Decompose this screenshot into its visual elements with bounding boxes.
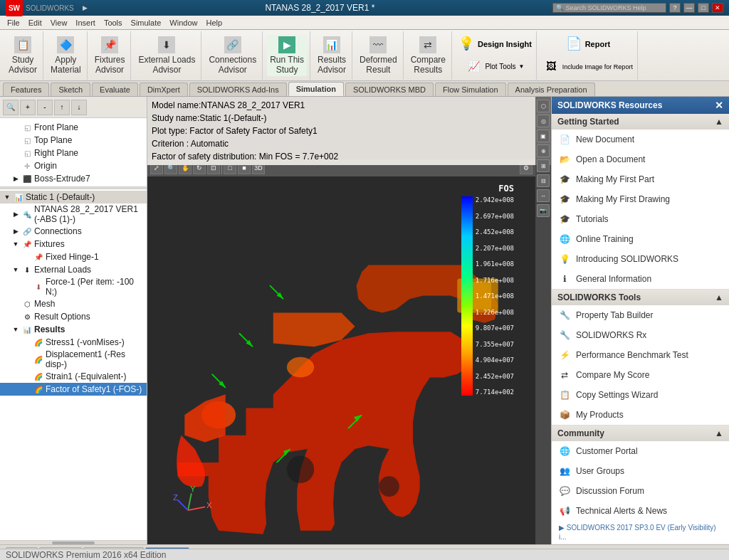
tree-item-ntanas[interactable]: ▶ 🔩 NTANAS 28_2_2017 VER1 (-ABS (1)-): [0, 204, 147, 225]
tree-item-displacement1[interactable]: 🌈 Displacement1 (-Res disp-): [0, 349, 147, 370]
rp-item-online-training[interactable]: 🌐 Online Training: [552, 229, 729, 249]
rp-item-sw-rx[interactable]: 🔧 SOLIDWORKS Rx: [552, 325, 729, 345]
tree-item-connections[interactable]: ▶ 🔗 Connections: [0, 225, 147, 238]
right-panel-title: SOLIDWORKS Resources: [557, 100, 662, 110]
tree-item-result-options[interactable]: ⚙ Result Options: [0, 310, 147, 323]
menu-window[interactable]: Window: [165, 17, 201, 28]
tree-item-top-plane[interactable]: ◱ Top Plane: [0, 134, 147, 147]
tree-item-front-plane[interactable]: ◱ Front Plane: [0, 121, 147, 134]
up-btn[interactable]: ↑: [54, 100, 70, 115]
tab-analysis[interactable]: Analysis Preparation: [508, 83, 595, 96]
tab-evaluate[interactable]: Evaluate: [92, 83, 138, 96]
connections-advisor-btn[interactable]: 🔗 ConnectionsAdvisor: [206, 35, 259, 76]
vp-side-btn-6[interactable]: ⊟: [537, 174, 550, 187]
stress1-label: Stress1 (-vonMises-): [46, 337, 125, 347]
vp-side-btn-3[interactable]: ▣: [537, 130, 550, 142]
menu-simulate[interactable]: Simulate: [127, 17, 166, 28]
tab-flow[interactable]: Flow Simulation: [435, 83, 506, 96]
rp-section-sw-tools-header[interactable]: SOLIDWORKS Tools ▲: [552, 290, 729, 305]
tree-item-right-plane[interactable]: ◱ Right Plane: [0, 147, 147, 159]
vp-side-btn-4[interactable]: ⊕: [537, 144, 550, 157]
tree-item-strain1[interactable]: 🌈 Strain1 (-Equivalent-): [0, 370, 147, 383]
external-loads-btn[interactable]: ⬇ External LoadsAdvisor: [135, 35, 198, 76]
menu-view[interactable]: View: [46, 17, 72, 28]
tree-item-fixtures[interactable]: ▼ 📌 Fixtures: [0, 238, 147, 250]
minimize-btn[interactable]: —: [683, 3, 695, 13]
rp-item-customer-portal[interactable]: 🌐 Customer Portal: [552, 441, 729, 461]
rp-item-open-document[interactable]: 📂 Open a Document: [552, 149, 729, 169]
rp-item-user-groups[interactable]: 👥 User Groups: [552, 461, 729, 481]
vp-side-btn-7[interactable]: ↔: [537, 189, 550, 202]
right-panel-close-btn[interactable]: ✕: [715, 100, 723, 111]
tree-item-fixed-hinge1[interactable]: 📌 Fixed Hinge-1: [0, 250, 147, 263]
help-btn[interactable]: ?: [669, 3, 681, 13]
expand-all-btn[interactable]: +: [20, 100, 36, 115]
rp-item-general-info[interactable]: ℹ General Information: [552, 269, 729, 289]
tab-addins[interactable]: SOLIDWORKS Add-Ins: [189, 83, 287, 96]
rp-item-discussion-forum[interactable]: 💬 Discussion Forum: [552, 481, 729, 501]
tab-features[interactable]: Features: [3, 83, 49, 96]
options-icon: ⚙: [21, 311, 33, 322]
toolbar-group-study: 📋 StudyAdvisor: [3, 31, 43, 80]
model-display-area[interactable]: X Y Z FOS 2.942e+008 2.697e+008 2.452e+0…: [147, 176, 535, 544]
vp-side-btn-1[interactable]: ⬡: [537, 100, 550, 112]
rp-item-property-tab[interactable]: 🔧 Property Tab Builder: [552, 305, 729, 325]
filter-btn[interactable]: 🔍: [3, 100, 19, 115]
rp-item-benchmark[interactable]: ⚡ Performance Benchmark Test: [552, 345, 729, 365]
tree-item-stress1[interactable]: 🌈 Stress1 (-vonMises-): [0, 336, 147, 349]
maximize-btn[interactable]: □: [698, 3, 709, 13]
rp-item-new-document[interactable]: 📄 New Document: [552, 130, 729, 149]
run-study-btn[interactable]: ▶ Run ThisStudy: [267, 35, 307, 76]
tab-sketch[interactable]: Sketch: [51, 83, 90, 96]
tree-item-fos1[interactable]: 🌈 Factor of Safety1 (-FOS-): [0, 383, 147, 396]
tree-item-mesh[interactable]: ⬡ Mesh: [0, 297, 147, 310]
tab-simulation[interactable]: Simulation: [288, 82, 344, 96]
vp-side-btn-2[interactable]: ◎: [537, 115, 550, 127]
rp-item-compare-score[interactable]: ⇄ Compare My Score: [552, 365, 729, 385]
rp-item-my-products[interactable]: 📦 My Products: [552, 405, 729, 425]
fixed-hinge-label: Fixed Hinge-1: [46, 252, 99, 262]
rp-item-first-drawing[interactable]: 🎓 Making My First Drawing: [552, 189, 729, 209]
study-advisor-btn[interactable]: 📋 StudyAdvisor: [6, 35, 40, 76]
down-btn[interactable]: ↓: [71, 100, 87, 115]
tree-item-origin[interactable]: ✛ Origin: [0, 159, 147, 172]
menu-file[interactable]: File: [3, 17, 24, 28]
tree-item-boss-extrude7[interactable]: ▶ ⬛ Boss-Extrude7: [0, 172, 147, 185]
menu-tools[interactable]: Tools: [100, 17, 127, 28]
tree-item-external-loads[interactable]: ▼ ⬇ External Loads: [0, 263, 147, 276]
rp-item-tech-alerts[interactable]: 📢 Technical Alerts & News: [552, 501, 729, 521]
mesh-label: Mesh: [34, 299, 55, 309]
menu-edit[interactable]: Edit: [24, 17, 46, 28]
menu-insert[interactable]: Insert: [71, 17, 100, 28]
tab-dimxpert[interactable]: DimXpert: [140, 83, 188, 96]
left-panel-scrollbar[interactable]: [0, 540, 147, 544]
results-advisor-btn[interactable]: 📊 ResultsAdvisor: [315, 35, 349, 76]
tree-item-results[interactable]: ▼ 📊 Results: [0, 323, 147, 336]
customer-portal-icon: 🌐: [557, 444, 572, 458]
search-box[interactable]: 🔍 Search SOLIDWORKS Help: [552, 3, 666, 13]
static1-label: Static 1 (-Default-): [26, 192, 95, 202]
menu-help[interactable]: Help: [201, 17, 226, 28]
vp-side-btn-8[interactable]: 📷: [537, 204, 550, 217]
rp-item-tutorials[interactable]: 🎓 Tutorials: [552, 209, 729, 229]
rp-news-item-1[interactable]: ▶ SOLIDWORKS 2017 SP3.0 EV (Early Visibi…: [552, 521, 729, 544]
rp-section-community-header[interactable]: Community ▲: [552, 426, 729, 441]
tree-item-force1[interactable]: ⬇ Force-1 (Per item: -100 N;): [0, 276, 147, 297]
results-icon: 📊: [21, 324, 33, 335]
legend-labels: 2.942e+008 2.697e+008 2.452e+008 2.207e+…: [476, 196, 514, 396]
deformed-result-btn[interactable]: 〰 DeformedResult: [357, 35, 400, 76]
close-btn[interactable]: ✕: [712, 3, 723, 13]
fixtures-advisor-btn[interactable]: 📌 FixturesAdvisor: [92, 35, 128, 76]
collapse-all-btn[interactable]: -: [37, 100, 53, 115]
rp-item-first-part[interactable]: 🎓 Making My First Part: [552, 169, 729, 189]
tree-item-static1[interactable]: ▼ 📊 Static 1 (-Default-): [0, 191, 147, 204]
deformed-result-icon: 〰: [369, 36, 387, 53]
tab-mbd[interactable]: SOLIDWORKS MBD: [345, 83, 434, 96]
apply-material-btn[interactable]: 🔷 ApplyMaterial: [48, 35, 84, 76]
vp-side-btn-5[interactable]: ⊞: [537, 159, 550, 172]
vp-info-line4: Criterion : Automatic: [152, 137, 547, 150]
rp-item-copy-settings[interactable]: 📋 Copy Settings Wizard: [552, 385, 729, 405]
rp-item-intro-sw[interactable]: 💡 Introducing SOLIDWORKS: [552, 249, 729, 269]
rp-section-getting-started-header[interactable]: Getting Started ▲: [552, 114, 729, 130]
compare-results-btn[interactable]: ⇄ CompareResults: [408, 35, 449, 76]
